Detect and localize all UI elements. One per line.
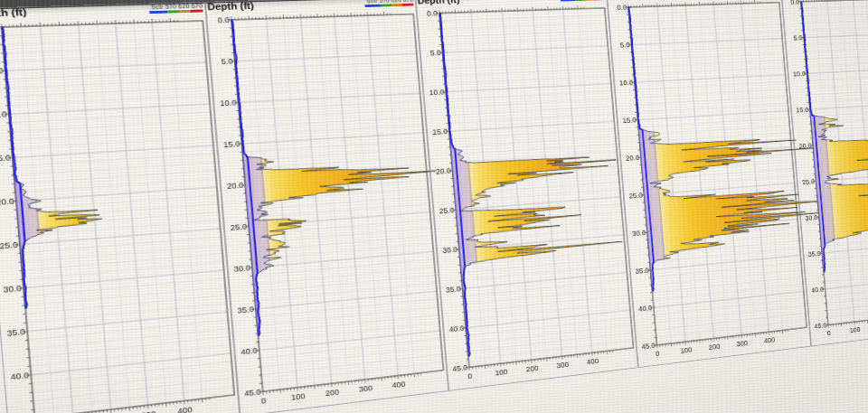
svg-text:15.0: 15.0 <box>432 127 448 136</box>
svg-text:15.0: 15.0 <box>0 153 12 163</box>
svg-text:10.0: 10.0 <box>429 88 445 97</box>
legend-swatch-570 <box>381 4 392 6</box>
svg-text:25.0: 25.0 <box>0 239 19 250</box>
svg-text:25.0: 25.0 <box>802 177 816 185</box>
svg-text:35.0: 35.0 <box>237 305 255 314</box>
svg-text:200: 200 <box>708 343 721 352</box>
svg-text:15.0: 15.0 <box>796 106 809 114</box>
svg-text:300: 300 <box>736 339 748 348</box>
svg-text:400: 400 <box>764 335 776 344</box>
svg-text:100: 100 <box>849 325 861 334</box>
svg-text:45.0: 45.0 <box>814 321 827 330</box>
svg-text:20.0: 20.0 <box>0 196 15 207</box>
svg-text:15.0: 15.0 <box>622 116 637 125</box>
svg-text:15.0: 15.0 <box>223 139 241 149</box>
svg-text:10.0: 10.0 <box>220 98 238 108</box>
svg-text:30.0: 30.0 <box>442 245 458 255</box>
svg-text:30.0: 30.0 <box>233 263 251 273</box>
svg-text:25.0: 25.0 <box>439 206 455 215</box>
svg-text:40.0: 40.0 <box>241 346 259 357</box>
svg-text:25.0: 25.0 <box>230 222 248 232</box>
svg-text:20.0: 20.0 <box>227 181 245 191</box>
log-panel-1: 0.05.010.015.020.025.030.035.040.045.001… <box>0 2 241 413</box>
svg-text:35.0: 35.0 <box>446 285 462 295</box>
svg-text:5.0: 5.0 <box>793 33 803 42</box>
screenshot-stage: 0.05.010.015.020.025.030.035.040.045.001… <box>0 0 868 413</box>
svg-text:0: 0 <box>656 350 660 358</box>
log-panel-2: 0.05.010.015.020.025.030.035.040.045.001… <box>205 0 449 413</box>
svg-text:25.0: 25.0 <box>628 191 643 200</box>
depth-axis-title: Depth (ft) <box>0 6 27 19</box>
svg-text:30.0: 30.0 <box>3 284 23 295</box>
value-tick-labels: 0100200300400 <box>467 357 599 380</box>
svg-text:200: 200 <box>325 388 339 398</box>
svg-text:20.0: 20.0 <box>626 154 640 163</box>
log-plot: 0.05.010.015.020.025.030.035.040.045.001… <box>607 0 812 378</box>
baseline-trace <box>2 27 30 308</box>
svg-text:45.0: 45.0 <box>244 387 262 398</box>
svg-text:0: 0 <box>467 371 473 380</box>
fluorescence-area <box>801 0 868 272</box>
fluorescence-area <box>231 14 448 335</box>
svg-text:45.0: 45.0 <box>641 341 656 351</box>
svg-text:20.0: 20.0 <box>436 166 452 175</box>
log-plot: 0.05.010.015.020.025.030.035.040.045.001… <box>0 2 241 413</box>
svg-text:0.0: 0.0 <box>427 9 439 18</box>
svg-text:100: 100 <box>291 391 307 401</box>
svg-text:10.0: 10.0 <box>793 70 807 78</box>
svg-text:100: 100 <box>495 368 508 378</box>
svg-text:5.0: 5.0 <box>619 41 630 49</box>
svg-text:40.0: 40.0 <box>10 371 30 381</box>
log-panel-4: 0.05.010.015.020.025.030.035.040.045.001… <box>607 0 812 378</box>
svg-text:30.0: 30.0 <box>632 229 646 238</box>
log-plot: 0.05.010.015.020.025.030.035.040.045.001… <box>415 0 638 401</box>
svg-text:40.0: 40.0 <box>811 286 825 295</box>
legend-swatch-570 <box>167 10 179 13</box>
svg-text:30.0: 30.0 <box>805 213 818 222</box>
svg-text:35.0: 35.0 <box>6 327 26 338</box>
svg-text:0.0: 0.0 <box>217 15 230 24</box>
svg-text:10.0: 10.0 <box>619 79 634 88</box>
svg-text:40.0: 40.0 <box>448 324 465 333</box>
value-tick-labels: 0100200300400 <box>656 335 776 357</box>
report-page: 0.05.010.015.020.025.030.035.040.045.001… <box>0 0 868 413</box>
svg-text:300: 300 <box>556 360 570 370</box>
svg-text:0: 0 <box>826 329 831 337</box>
svg-text:0.0: 0.0 <box>617 3 627 11</box>
svg-text:40.0: 40.0 <box>638 304 653 313</box>
svg-text:0.0: 0.0 <box>790 0 800 5</box>
legend-swatch-670 <box>402 4 414 6</box>
depth-axis-title: Depth (ft) <box>207 0 254 12</box>
svg-text:100: 100 <box>680 345 693 354</box>
svg-text:35.0: 35.0 <box>635 266 649 275</box>
log-plot: 0.05.010.015.020.025.030.035.040.045.001… <box>205 0 449 413</box>
low-signal-band <box>801 1 837 271</box>
svg-text:400: 400 <box>177 405 193 413</box>
svg-text:200: 200 <box>525 363 539 373</box>
svg-text:300: 300 <box>141 409 157 413</box>
svg-text:45.0: 45.0 <box>452 363 468 373</box>
legend-swatch-sctr <box>149 11 167 14</box>
svg-text:400: 400 <box>586 357 599 366</box>
svg-text:5.0: 5.0 <box>221 57 233 66</box>
svg-text:300: 300 <box>359 383 373 393</box>
svg-text:5.0: 5.0 <box>429 48 441 57</box>
svg-text:400: 400 <box>392 380 406 390</box>
svg-text:20.0: 20.0 <box>798 142 812 150</box>
legend-swatch-620 <box>392 4 402 6</box>
svg-text:10.0: 10.0 <box>0 109 8 119</box>
svg-text:0: 0 <box>261 396 268 405</box>
value-tick-labels: 0100200300400 <box>826 316 868 337</box>
log-panel-3: 0.05.010.015.020.025.030.035.040.045.001… <box>415 0 638 401</box>
legend-swatch-670 <box>190 10 203 13</box>
svg-text:35.0: 35.0 <box>807 249 821 258</box>
legend-swatch-620 <box>179 10 191 13</box>
legend-swatch-sctr <box>365 5 382 7</box>
